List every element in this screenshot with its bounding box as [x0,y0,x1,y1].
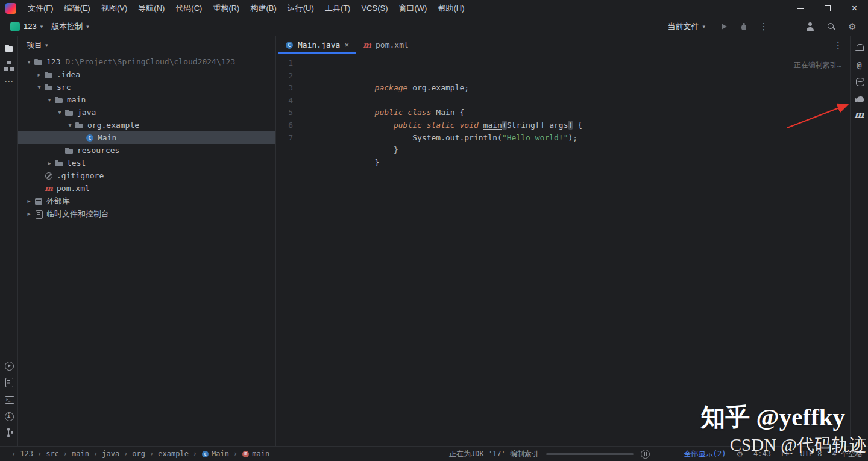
indexing-status-text: 正在为JDK '17' 编制索引 [449,449,539,459]
project-tool-icon[interactable] [1,41,17,57]
menu-item[interactable]: 重构(R) [207,0,245,17]
editor-tab[interactable]: Main.java × [278,36,356,54]
tree-row[interactable]: java [18,106,275,119]
tree-chevron-icon[interactable] [24,58,34,65]
tree-row[interactable]: Main [18,131,275,144]
status-gear-icon[interactable]: ⚙ [736,450,743,459]
structure-tool-icon[interactable] [1,58,17,74]
tree-chevron-icon[interactable] [65,122,75,128]
tree-chevron-icon[interactable] [24,210,34,217]
database-tool-icon[interactable] [852,75,867,90]
breadcrumb-item[interactable]: example [145,450,189,458]
notifications-icon[interactable] [852,41,867,57]
code-tokens: public class Main { [301,82,464,95]
menu-item[interactable]: 窗口(W) [394,0,433,17]
breadcrumb-item[interactable]: Main [189,450,229,458]
breadcrumb-item[interactable]: java [89,450,119,458]
line-number: 2 [276,70,301,83]
encoding-widget[interactable]: UTF-8 [800,450,822,458]
close-tab-icon[interactable]: × [344,40,349,49]
code-editor[interactable]: 1 package org.example; 2 3 [276,54,850,446]
pause-indexing-icon[interactable] [641,450,650,459]
breadcrumb-item[interactable]: org [119,450,145,458]
tree-chevron-icon[interactable] [34,84,44,90]
maven-tool-icon[interactable] [852,108,867,124]
run-tool-icon[interactable] [1,358,17,374]
indent-widget[interactable]: 4 个空格 [832,449,863,459]
menu-item[interactable]: 工具(T) [319,0,356,17]
gradle-tool-icon[interactable] [852,92,867,107]
tree-row[interactable]: test [18,157,275,169]
project-tree: 123 D:\Project\SpringCloud\cloud2024\123… [18,54,275,446]
tree-row[interactable]: 临时文件和控制台 [18,207,275,220]
editor-tab[interactable]: pom.xml × [356,36,415,54]
tree-chevron-icon[interactable] [45,96,54,103]
more-actions-icon[interactable]: ⋮ [758,21,769,32]
idea-logo-icon[interactable] [5,3,16,14]
menu-item[interactable]: 视图(V) [96,0,133,17]
tree-item-icon [44,83,54,92]
breadcrumb-item[interactable]: main [59,450,89,458]
maximize-button[interactable] [814,0,841,17]
menu-item[interactable]: 运行(U) [282,0,319,17]
menu-item[interactable]: 构建(B) [245,0,281,17]
user-profile-icon[interactable] [805,21,816,32]
search-everywhere-icon[interactable] [826,21,837,32]
tree-row[interactable]: src [18,81,275,93]
code-token: ); [568,133,577,142]
project-panel-header[interactable]: 项目 ▾ [18,36,275,54]
debug-button[interactable] [738,21,749,32]
menu-item[interactable]: VCS(S) [356,0,393,17]
breadcrumb-item[interactable]: 123 [7,450,33,458]
tree-item-label: 123 [46,57,60,66]
breadcrumb-item[interactable]: src [33,450,59,458]
chevron-down-icon: ▾ [45,42,48,48]
tree-chevron-icon[interactable] [34,71,44,78]
tree-item-icon [54,95,64,105]
ai-assistant-icon[interactable] [852,58,867,74]
code-line: 5 System.out.println("Hello world!"); [276,107,850,119]
close-button[interactable]: × [841,0,868,17]
menu-item[interactable]: 导航(N) [133,0,170,17]
tab-options-icon[interactable]: ⋮ [826,40,850,51]
caret-position-widget[interactable]: 4:43 [753,450,771,458]
more-tool-windows-icon[interactable] [1,75,17,90]
todo-tool-icon[interactable] [1,375,17,390]
show-all-link[interactable]: 全部显示(2) [684,449,726,459]
problems-tool-icon[interactable] [1,409,17,424]
editor-tabs: Main.java × pom.xml × [278,36,415,54]
version-control-tool-icon[interactable] [1,425,17,441]
line-number: 7 [276,132,301,145]
tree-row[interactable]: 123 D:\Project\SpringCloud\cloud2024\123 [18,55,275,68]
tree-row[interactable]: main [18,93,275,106]
tree-row[interactable]: resources [18,144,275,157]
tree-row[interactable]: org.example [18,119,275,131]
menu-item[interactable]: 文件(F) [22,0,59,17]
line-separator-widget[interactable]: LF [781,450,790,458]
code-line: 4 public static void main(String[] args)… [276,95,850,107]
run-configuration-widget[interactable]: 当前文件 ▾ [663,19,709,34]
tree-chevron-icon[interactable] [45,160,54,166]
project-panel: 项目 ▾ 123 D:\Project\SpringCloud\cloud202… [18,36,276,446]
tree-chevron-icon[interactable] [55,109,64,116]
run-button[interactable] [719,21,729,32]
tree-row[interactable]: .gitignore [18,169,275,182]
menu-item[interactable]: 编辑(E) [59,0,96,17]
vcs-widget[interactable]: 版本控制 ▾ [47,19,93,34]
tree-row[interactable]: 外部库 [18,195,275,207]
breadcrumb-item[interactable]: main [229,450,269,458]
project-widget[interactable]: 123 ▾ [6,20,47,33]
terminal-tool-icon[interactable] [1,392,17,407]
tree-item-icon [44,184,54,193]
main-content-row: 项目 ▾ 123 D:\Project\SpringCloud\cloud202… [0,36,868,446]
editor-area: Main.java × pom.xml × ⋮ 1 [276,36,850,446]
menu-item[interactable]: 代码(C) [170,0,207,17]
tree-chevron-icon[interactable] [24,198,34,204]
menu-item[interactable]: 帮助(H) [432,0,470,17]
minimize-button[interactable] [787,0,814,17]
tree-row[interactable]: pom.xml [18,182,275,195]
breadcrumb: 123 src main java org example [0,450,269,458]
tree-row[interactable]: .idea [18,68,275,81]
code-token: "Hello world!" [502,133,568,142]
settings-gear-icon[interactable]: ⚙ [847,21,858,32]
